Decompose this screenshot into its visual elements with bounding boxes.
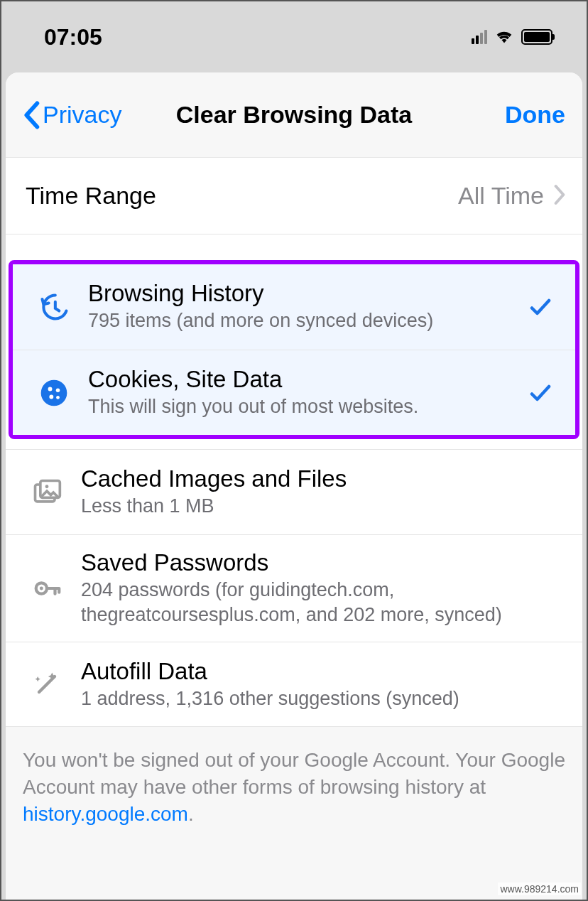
item-subtitle: 795 items (and more on synced devices) xyxy=(88,308,523,333)
checkmark-icon xyxy=(523,380,558,406)
back-label: Privacy xyxy=(43,101,121,129)
footer-text-before: You won't be signed out of your Google A… xyxy=(23,749,565,798)
list-item-cookies[interactable]: Cookies, Site Data This will sign you ou… xyxy=(13,350,575,435)
back-button[interactable]: Privacy xyxy=(23,101,121,129)
status-time: 07:05 xyxy=(44,24,102,50)
battery-icon xyxy=(521,29,552,45)
svg-point-2 xyxy=(56,388,60,392)
status-bar: 07:05 xyxy=(1,1,587,72)
list-item-saved-passwords[interactable]: Saved Passwords 204 passwords (for guidi… xyxy=(6,534,582,642)
footer-note: You won't be signed out of your Google A… xyxy=(6,727,582,847)
chevron-right-icon xyxy=(554,184,565,208)
item-subtitle: This will sign you out of most websites. xyxy=(88,394,523,419)
images-icon xyxy=(26,477,68,508)
time-range-row[interactable]: Time Range All Time xyxy=(6,158,582,234)
content-area: Time Range All Time Browsing History 795… xyxy=(6,158,582,848)
highlighted-items: Browsing History 795 items (and more on … xyxy=(9,260,579,439)
item-subtitle: 1 address, 1,316 other suggestions (sync… xyxy=(81,686,530,711)
done-button[interactable]: Done xyxy=(505,101,565,129)
item-subtitle: 204 passwords (for guidingtech.com, theg… xyxy=(81,578,530,627)
item-title: Browsing History xyxy=(88,280,523,307)
key-icon xyxy=(26,572,68,605)
status-icons xyxy=(472,28,552,46)
history-icon xyxy=(33,291,75,323)
wifi-icon xyxy=(494,28,514,46)
svg-point-0 xyxy=(41,379,67,406)
list-item-autofill[interactable]: Autofill Data 1 address, 1,316 other sug… xyxy=(6,642,582,727)
item-subtitle: Less than 1 MB xyxy=(81,494,530,519)
item-title: Autofill Data xyxy=(81,658,530,685)
time-range-label: Time Range xyxy=(26,182,156,210)
svg-point-7 xyxy=(45,485,49,488)
unchecked-items: Cached Images and Files Less than 1 MB S… xyxy=(6,449,582,727)
svg-point-4 xyxy=(56,396,60,399)
watermark: www.989214.com xyxy=(498,883,581,895)
wand-icon xyxy=(26,669,68,700)
item-title: Saved Passwords xyxy=(81,549,530,576)
item-title: Cached Images and Files xyxy=(81,465,530,492)
modal-sheet: Privacy Clear Browsing Data Done Time Ra… xyxy=(6,72,582,900)
list-item-browsing-history[interactable]: Browsing History 795 items (and more on … xyxy=(13,264,575,350)
checkmark-icon xyxy=(523,294,558,320)
cellular-signal-icon xyxy=(472,30,487,44)
cookie-icon xyxy=(33,377,75,409)
chevron-left-icon xyxy=(23,101,40,129)
svg-point-3 xyxy=(49,394,53,399)
footer-text-after: . xyxy=(188,803,194,825)
time-range-value-wrap: All Time xyxy=(458,182,565,210)
svg-point-1 xyxy=(48,387,53,391)
item-title: Cookies, Site Data xyxy=(88,366,523,393)
list-item-cached-images[interactable]: Cached Images and Files Less than 1 MB xyxy=(6,449,582,534)
svg-point-9 xyxy=(40,587,43,590)
footer-link[interactable]: history.google.com xyxy=(23,803,188,825)
nav-header: Privacy Clear Browsing Data Done xyxy=(6,72,582,158)
time-range-value: All Time xyxy=(458,182,544,210)
